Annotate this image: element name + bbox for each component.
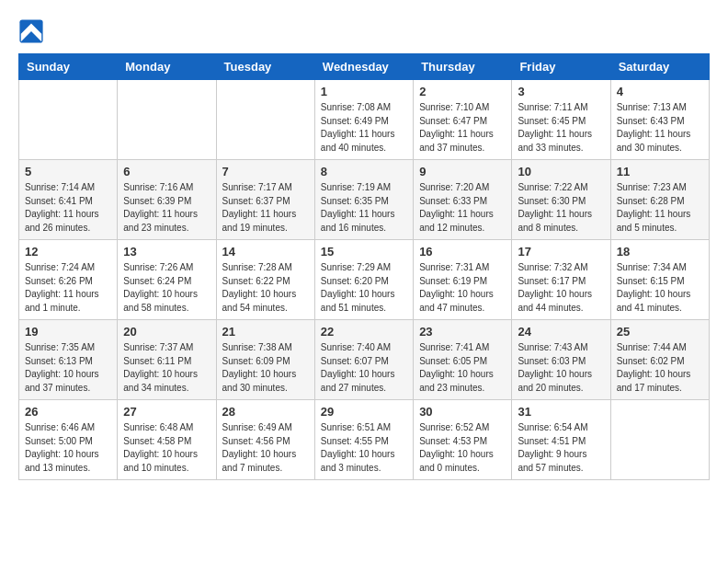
calendar-cell: 2Sunrise: 7:10 AM Sunset: 6:47 PM Daylig… [414,80,512,160]
calendar-week-row: 5Sunrise: 7:14 AM Sunset: 6:41 PM Daylig… [19,160,710,240]
day-number: 6 [123,165,210,178]
day-number: 3 [518,85,604,98]
calendar-cell: 31Sunrise: 6:54 AM Sunset: 4:51 PM Dayli… [512,400,610,480]
calendar-cell: 7Sunrise: 7:17 AM Sunset: 6:37 PM Daylig… [216,160,314,240]
day-number: 28 [222,405,309,419]
day-number: 26 [25,405,111,419]
day-info: Sunrise: 7:10 AM Sunset: 6:47 PM Dayligh… [419,101,506,155]
day-info: Sunrise: 7:29 AM Sunset: 6:20 PM Dayligh… [321,261,407,315]
day-info: Sunrise: 7:40 AM Sunset: 6:07 PM Dayligh… [321,341,407,395]
day-number: 4 [617,85,703,98]
day-number: 23 [419,325,506,339]
calendar-cell: 15Sunrise: 7:29 AM Sunset: 6:20 PM Dayli… [314,240,413,320]
day-number: 9 [419,165,506,178]
day-info: Sunrise: 7:35 AM Sunset: 6:13 PM Dayligh… [25,341,111,395]
day-info: Sunrise: 7:13 AM Sunset: 6:43 PM Dayligh… [617,101,703,155]
day-number: 10 [518,165,604,178]
day-info: Sunrise: 7:11 AM Sunset: 6:45 PM Dayligh… [518,101,604,155]
day-number: 5 [25,165,111,178]
calendar-cell: 30Sunrise: 6:52 AM Sunset: 4:53 PM Dayli… [414,400,512,480]
calendar-cell: 5Sunrise: 7:14 AM Sunset: 6:41 PM Daylig… [19,160,118,240]
day-info: Sunrise: 6:49 AM Sunset: 4:56 PM Dayligh… [222,421,309,475]
calendar-cell: 27Sunrise: 6:48 AM Sunset: 4:58 PM Dayli… [118,400,216,480]
day-number: 13 [123,245,210,259]
day-number: 11 [617,165,703,178]
calendar-cell: 9Sunrise: 7:20 AM Sunset: 6:33 PM Daylig… [414,160,512,240]
day-info: Sunrise: 7:37 AM Sunset: 6:11 PM Dayligh… [123,341,210,395]
day-number: 8 [321,165,407,178]
calendar-table: SundayMondayTuesdayWednesdayThursdayFrid… [18,53,710,480]
calendar-cell: 22Sunrise: 7:40 AM Sunset: 6:07 PM Dayli… [314,320,413,400]
calendar-cell: 28Sunrise: 6:49 AM Sunset: 4:56 PM Dayli… [216,400,314,480]
calendar-cell: 24Sunrise: 7:43 AM Sunset: 6:03 PM Dayli… [512,320,610,400]
day-number: 1 [321,85,407,98]
calendar-cell [118,80,216,160]
calendar-cell: 18Sunrise: 7:34 AM Sunset: 6:15 PM Dayli… [610,240,709,320]
day-info: Sunrise: 7:22 AM Sunset: 6:30 PM Dayligh… [518,181,604,235]
day-number: 15 [321,245,407,259]
day-number: 12 [25,245,111,259]
day-number: 20 [123,325,210,339]
calendar-cell: 29Sunrise: 6:51 AM Sunset: 4:55 PM Dayli… [314,400,413,480]
day-info: Sunrise: 7:44 AM Sunset: 6:02 PM Dayligh… [617,341,703,395]
calendar-cell: 23Sunrise: 7:41 AM Sunset: 6:05 PM Dayli… [414,320,512,400]
weekday-header: Wednesday [314,54,413,80]
day-number: 21 [222,325,309,339]
calendar-cell: 17Sunrise: 7:32 AM Sunset: 6:17 PM Dayli… [512,240,610,320]
calendar-cell: 20Sunrise: 7:37 AM Sunset: 6:11 PM Dayli… [118,320,216,400]
calendar-cell: 26Sunrise: 6:46 AM Sunset: 5:00 PM Dayli… [19,400,118,480]
day-number: 17 [518,245,604,259]
page-header [18,18,710,44]
day-info: Sunrise: 7:16 AM Sunset: 6:39 PM Dayligh… [123,181,210,235]
day-number: 7 [222,165,309,178]
day-number: 31 [518,405,604,419]
day-info: Sunrise: 7:08 AM Sunset: 6:49 PM Dayligh… [321,101,407,155]
weekday-header: Friday [512,54,610,80]
calendar-cell: 12Sunrise: 7:24 AM Sunset: 6:26 PM Dayli… [19,240,118,320]
calendar-cell: 25Sunrise: 7:44 AM Sunset: 6:02 PM Dayli… [610,320,709,400]
calendar-cell: 11Sunrise: 7:23 AM Sunset: 6:28 PM Dayli… [610,160,709,240]
day-info: Sunrise: 7:43 AM Sunset: 6:03 PM Dayligh… [518,341,604,395]
day-number: 25 [617,325,703,339]
calendar-header-row: SundayMondayTuesdayWednesdayThursdayFrid… [19,54,710,80]
calendar-cell [19,80,118,160]
day-info: Sunrise: 7:19 AM Sunset: 6:35 PM Dayligh… [321,181,407,235]
weekday-header: Tuesday [216,54,314,80]
day-info: Sunrise: 6:54 AM Sunset: 4:51 PM Dayligh… [518,421,604,475]
logo [18,18,50,44]
calendar-cell: 21Sunrise: 7:38 AM Sunset: 6:09 PM Dayli… [216,320,314,400]
day-info: Sunrise: 7:26 AM Sunset: 6:24 PM Dayligh… [123,261,210,315]
day-number: 14 [222,245,309,259]
logo-icon [18,18,44,44]
day-number: 29 [321,405,407,419]
calendar-week-row: 12Sunrise: 7:24 AM Sunset: 6:26 PM Dayli… [19,240,710,320]
calendar-cell: 3Sunrise: 7:11 AM Sunset: 6:45 PM Daylig… [512,80,610,160]
weekday-header: Thursday [414,54,512,80]
calendar-cell: 14Sunrise: 7:28 AM Sunset: 6:22 PM Dayli… [216,240,314,320]
calendar-cell [610,400,709,480]
calendar-cell [216,80,314,160]
day-info: Sunrise: 7:41 AM Sunset: 6:05 PM Dayligh… [419,341,506,395]
day-number: 18 [617,245,703,259]
calendar-week-row: 1Sunrise: 7:08 AM Sunset: 6:49 PM Daylig… [19,80,710,160]
weekday-header: Sunday [19,54,118,80]
day-info: Sunrise: 6:46 AM Sunset: 5:00 PM Dayligh… [25,421,111,475]
calendar-week-row: 19Sunrise: 7:35 AM Sunset: 6:13 PM Dayli… [19,320,710,400]
calendar-cell: 19Sunrise: 7:35 AM Sunset: 6:13 PM Dayli… [19,320,118,400]
day-number: 16 [419,245,506,259]
day-info: Sunrise: 7:23 AM Sunset: 6:28 PM Dayligh… [617,181,703,235]
day-info: Sunrise: 7:31 AM Sunset: 6:19 PM Dayligh… [419,261,506,315]
day-info: Sunrise: 7:17 AM Sunset: 6:37 PM Dayligh… [222,181,309,235]
weekday-header: Saturday [610,54,709,80]
calendar-cell: 1Sunrise: 7:08 AM Sunset: 6:49 PM Daylig… [314,80,413,160]
day-number: 30 [419,405,506,419]
calendar-cell: 4Sunrise: 7:13 AM Sunset: 6:43 PM Daylig… [610,80,709,160]
weekday-header: Monday [118,54,216,80]
day-info: Sunrise: 6:52 AM Sunset: 4:53 PM Dayligh… [419,421,506,475]
day-number: 2 [419,85,506,98]
calendar-cell: 10Sunrise: 7:22 AM Sunset: 6:30 PM Dayli… [512,160,610,240]
day-info: Sunrise: 7:38 AM Sunset: 6:09 PM Dayligh… [222,341,309,395]
day-info: Sunrise: 6:51 AM Sunset: 4:55 PM Dayligh… [321,421,407,475]
day-info: Sunrise: 7:32 AM Sunset: 6:17 PM Dayligh… [518,261,604,315]
calendar-cell: 6Sunrise: 7:16 AM Sunset: 6:39 PM Daylig… [118,160,216,240]
